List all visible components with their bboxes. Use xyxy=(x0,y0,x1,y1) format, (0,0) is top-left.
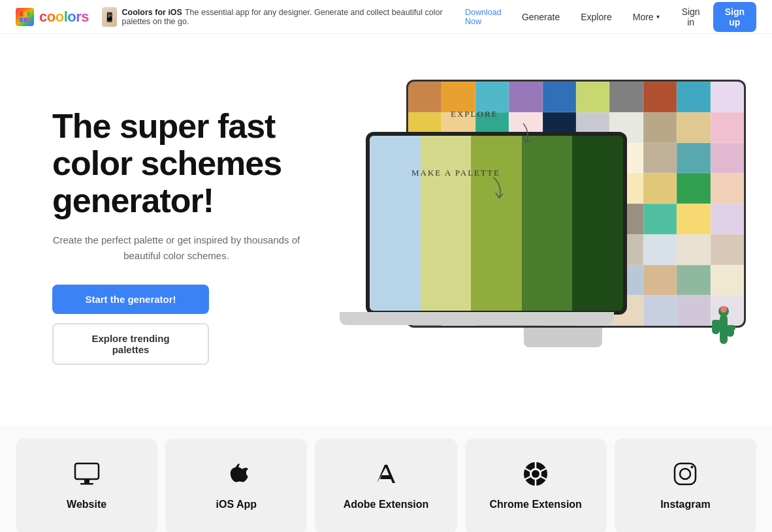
color-cell xyxy=(576,82,609,112)
cards-section: Website iOS App Adobe Extension xyxy=(0,426,772,532)
color-cell xyxy=(677,112,710,143)
svg-point-23 xyxy=(680,469,690,479)
instagram-icon xyxy=(671,460,700,488)
svg-rect-1 xyxy=(24,12,27,16)
color-cell xyxy=(475,82,509,112)
color-cell xyxy=(677,295,710,326)
color-cell xyxy=(643,143,677,174)
logo-text: coolors xyxy=(39,8,89,25)
svg-rect-14 xyxy=(84,479,89,483)
apple-icon xyxy=(222,460,251,488)
svg-rect-15 xyxy=(80,483,93,485)
navbar-right: Generate Explore More ▾ Sign in Sign up xyxy=(513,2,756,32)
svg-rect-5 xyxy=(27,18,30,22)
signin-button[interactable]: Sign in xyxy=(671,3,711,31)
svg-rect-2 xyxy=(27,12,30,16)
color-cell xyxy=(711,173,744,204)
hero-title: The super fast color schemes generator! xyxy=(52,108,300,220)
ios-promo-banner: 📱 Coolors for iOSThe essential app for a… xyxy=(102,7,513,27)
card-instagram[interactable]: Instagram xyxy=(615,439,756,532)
color-cell xyxy=(677,173,710,204)
color-cell xyxy=(677,143,710,174)
svg-rect-13 xyxy=(75,463,99,479)
color-cell xyxy=(609,82,643,112)
color-cell xyxy=(711,112,744,143)
palette-strips xyxy=(370,136,623,311)
svg-point-12 xyxy=(720,306,727,313)
make-palette-label: MAKE A PALETTE xyxy=(411,168,500,178)
chevron-down-icon: ▾ xyxy=(656,13,660,20)
svg-rect-8 xyxy=(712,320,721,325)
palette-strip xyxy=(572,136,623,311)
color-cell xyxy=(677,234,710,265)
palette-strip xyxy=(522,136,573,311)
card-adobe[interactable]: Adobe Extension xyxy=(315,439,457,532)
hero-text: The super fast color schemes generator! … xyxy=(52,108,300,366)
svg-rect-0 xyxy=(20,12,23,16)
color-cell xyxy=(643,112,677,143)
color-cell xyxy=(643,295,677,326)
palette-strip xyxy=(421,136,472,311)
svg-point-24 xyxy=(691,466,694,469)
card-label-website: Website xyxy=(67,499,106,510)
nav-generate[interactable]: Generate xyxy=(513,8,569,26)
monitor-icon xyxy=(72,460,101,488)
color-cell xyxy=(677,265,710,296)
color-cell xyxy=(442,82,475,112)
color-cell xyxy=(509,82,542,112)
monitor-stand xyxy=(524,328,602,347)
card-website[interactable]: Website xyxy=(16,439,157,532)
laptop-display xyxy=(366,132,627,315)
nav-more[interactable]: More ▾ xyxy=(624,8,669,26)
chrome-icon xyxy=(521,460,550,488)
color-cell xyxy=(643,265,677,296)
svg-rect-10 xyxy=(726,325,735,330)
cactus-decoration xyxy=(707,302,739,347)
signup-button[interactable]: Sign up xyxy=(713,2,756,32)
palette-strip xyxy=(370,136,421,311)
hero-subtitle: Create the perfect palette or get inspir… xyxy=(52,232,300,264)
explore-palettes-button[interactable]: Explore trending palettes xyxy=(52,323,209,365)
explore-label: EXPLORE xyxy=(451,109,498,119)
card-label-chrome: Chrome Extension xyxy=(490,499,582,510)
card-label-ios: iOS App xyxy=(216,499,257,510)
svg-rect-4 xyxy=(24,18,27,22)
palette-strip xyxy=(471,136,522,311)
start-generator-button[interactable]: Start the generator! xyxy=(52,285,209,314)
card-chrome[interactable]: Chrome Extension xyxy=(465,439,607,532)
ios-promo-appname: Coolors for iOS xyxy=(122,8,182,17)
svg-rect-3 xyxy=(20,18,23,22)
nav-explore[interactable]: Explore xyxy=(571,8,620,26)
color-cell xyxy=(643,173,677,204)
svg-point-21 xyxy=(532,470,539,478)
logo-icon xyxy=(16,8,34,26)
hero-section: The super fast color schemes generator! … xyxy=(0,34,772,426)
color-cell xyxy=(711,143,744,174)
color-cell xyxy=(677,82,710,112)
card-ios[interactable]: iOS App xyxy=(165,439,307,532)
ios-promo-cta[interactable]: Download Now xyxy=(465,8,513,26)
color-cell xyxy=(711,265,744,296)
color-cell xyxy=(543,82,576,112)
navbar: coolors 📱 Coolors for iOSThe essential a… xyxy=(0,0,772,34)
color-cell xyxy=(711,82,744,112)
color-cell xyxy=(643,82,677,112)
ios-promo-icon: 📱 xyxy=(102,7,117,27)
color-cell xyxy=(711,234,744,265)
card-label-adobe: Adobe Extension xyxy=(344,499,429,510)
adobe-icon xyxy=(372,460,400,488)
color-cell xyxy=(408,82,442,112)
hero-visual: EXPLORE MAKE A PALETTE xyxy=(327,67,733,406)
color-cell xyxy=(643,204,677,234)
logo[interactable]: coolors xyxy=(16,8,89,26)
laptop-base xyxy=(340,312,614,325)
color-cell xyxy=(711,204,744,234)
color-cell xyxy=(677,204,710,234)
card-label-instagram: Instagram xyxy=(660,499,710,510)
color-cell xyxy=(643,234,677,265)
